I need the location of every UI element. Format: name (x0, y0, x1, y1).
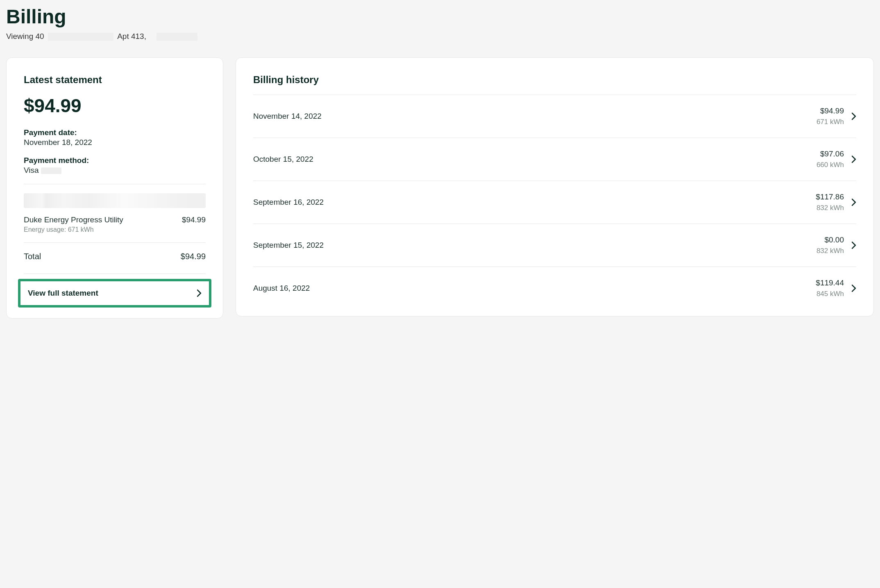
chevron-right-icon (851, 113, 856, 120)
latest-statement-title: Latest statement (24, 74, 206, 86)
history-values: $0.00832 kWh (816, 235, 844, 255)
latest-statement-card: Latest statement $94.99 Payment date: No… (6, 57, 223, 319)
history-values: $119.44845 kWh (816, 278, 844, 298)
history-usage: 671 kWh (816, 118, 844, 126)
history-amount: $119.44 (816, 278, 844, 287)
billing-history-card: Billing history November 14, 2022$94.996… (236, 57, 874, 317)
view-full-statement-button[interactable]: View full statement (20, 281, 209, 305)
payment-method-label: Payment method: (24, 156, 206, 165)
page-title: Billing (6, 6, 874, 28)
billing-history-list: November 14, 2022$94.99671 kWhOctober 15… (253, 95, 856, 300)
charge-amount: $94.99 (182, 215, 206, 224)
chevron-right-icon (851, 156, 856, 163)
history-amount: $97.06 (816, 149, 844, 158)
latest-amount: $94.99 (24, 95, 206, 117)
history-date: November 14, 2022 (253, 112, 816, 121)
billing-history-title: Billing history (253, 74, 856, 86)
history-usage: 832 kWh (816, 247, 844, 255)
payment-date-label: Payment date: (24, 128, 206, 137)
history-values: $94.99671 kWh (816, 106, 844, 126)
redacted-block (156, 33, 197, 41)
charge-line-item: Duke Energy Progress Utility $94.99 (24, 215, 206, 224)
billing-history-item[interactable]: September 15, 2022$0.00832 kWh (253, 224, 856, 267)
redacted-block (24, 193, 206, 208)
total-amount: $94.99 (181, 252, 206, 261)
history-date: September 16, 2022 (253, 198, 816, 207)
address-line: Viewing 40 Apt 413, (6, 32, 874, 41)
history-amount: $94.99 (816, 106, 844, 115)
charge-name: Duke Energy Progress Utility (24, 215, 123, 224)
chevron-right-icon (851, 285, 856, 292)
view-full-statement-highlight: View full statement (18, 279, 211, 308)
billing-history-item[interactable]: August 16, 2022$119.44845 kWh (253, 267, 856, 300)
billing-history-item[interactable]: September 16, 2022$117.86832 kWh (253, 181, 856, 224)
payment-method-card: Visa (24, 166, 39, 174)
history-amount: $0.00 (816, 235, 844, 244)
chevron-right-icon (851, 199, 856, 206)
chevron-right-icon (851, 242, 856, 249)
history-date: September 15, 2022 (253, 241, 816, 250)
history-date: October 15, 2022 (253, 155, 816, 164)
total-row: Total $94.99 (24, 243, 206, 274)
address-apt: Apt 413, (117, 32, 146, 41)
divider (24, 184, 206, 184)
chevron-right-icon (197, 289, 202, 297)
history-date: August 16, 2022 (253, 284, 816, 293)
usage-note: Energy usage: 671 kWh (24, 226, 206, 233)
history-usage: 832 kWh (816, 204, 844, 212)
history-values: $97.06660 kWh (816, 149, 844, 169)
total-label: Total (24, 252, 41, 261)
history-usage: 845 kWh (816, 290, 844, 298)
billing-history-item[interactable]: November 14, 2022$94.99671 kWh (253, 95, 856, 138)
history-usage: 660 kWh (816, 161, 844, 169)
address-prefix: Viewing 40 (6, 32, 44, 41)
view-full-statement-label: View full statement (28, 289, 98, 298)
payment-date-value: November 18, 2022 (24, 138, 206, 147)
payment-method-value: Visa (24, 166, 206, 175)
billing-history-item[interactable]: October 15, 2022$97.06660 kWh (253, 138, 856, 181)
redacted-block (48, 33, 113, 41)
redacted-block (41, 167, 61, 174)
history-values: $117.86832 kWh (816, 192, 844, 212)
history-amount: $117.86 (816, 192, 844, 201)
